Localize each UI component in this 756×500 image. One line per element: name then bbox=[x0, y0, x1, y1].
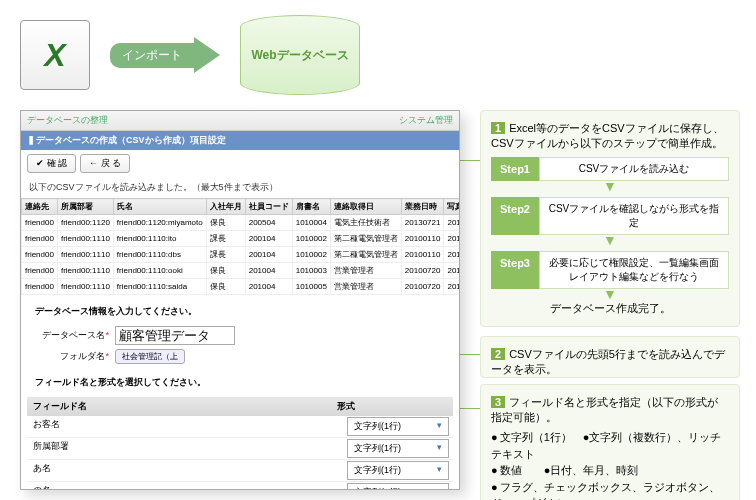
panel1-intro: Excel等のデータをCSVファイルに保存し、CSVファイルから以下のステップで… bbox=[491, 122, 724, 149]
step3-label: Step3 bbox=[491, 251, 539, 289]
field-type-select[interactable]: 文字列(1行) bbox=[347, 439, 449, 458]
table-row: friend00friend00:1120friend00:1120:miyam… bbox=[22, 215, 461, 231]
field-instruction: フィールド名と形式を選択してください。 bbox=[27, 372, 453, 393]
badge-3: 3 bbox=[491, 396, 505, 408]
folder-label: フォルダ名* bbox=[29, 350, 109, 363]
field-type-select[interactable]: 文字列(1行) bbox=[347, 461, 449, 480]
field-row: あ名文字列(1行) bbox=[27, 460, 453, 482]
confirm-button[interactable]: ✔ 確 認 bbox=[27, 154, 76, 173]
table-row: friend00friend00:1110friend00:1110:ooki保… bbox=[22, 263, 461, 279]
db-info-instruction: データベース情報を入力してください。 bbox=[27, 301, 453, 322]
toolbar: ✔ 確 認 ← 戻 る bbox=[21, 150, 459, 177]
page-title: ▍データベースの作成（CSVから作成）項目設定 bbox=[21, 131, 459, 150]
step1-body: CSVファイルを読み込む bbox=[539, 157, 729, 181]
bullet: フラグ、チェックボックス、ラジオボタン、ドロップダウン bbox=[491, 479, 729, 501]
field-type-select[interactable]: 文字列(1行) bbox=[347, 483, 449, 490]
field-name: の名 bbox=[27, 482, 343, 490]
step2-label: Step2 bbox=[491, 197, 539, 235]
col-header: 肩書名 bbox=[292, 199, 330, 215]
step1-label: Step1 bbox=[491, 157, 539, 181]
field-header-type: 形式 bbox=[337, 400, 447, 413]
breadcrumb: データベースの整理 システム管理 bbox=[21, 111, 459, 131]
badge-1: 1 bbox=[491, 122, 505, 134]
panel3-bullets: 文字列（1行） ●文字列（複数行）、リッチテキスト 数値 ●日付、年月、時刻 フ… bbox=[491, 429, 729, 500]
folder-row: フォルダ名* 社会管理記（上 bbox=[21, 347, 459, 366]
col-header: 所属部署 bbox=[57, 199, 113, 215]
field-row: 所属部署文字列(1行) bbox=[27, 438, 453, 460]
arrow-head-icon bbox=[194, 37, 220, 73]
top-diagram: X インポート Webデータベース bbox=[20, 10, 420, 100]
table-row: friend00friend00:1110friend00:1110:saida… bbox=[22, 279, 461, 295]
bullet: 数値 ●日付、年月、時刻 bbox=[491, 462, 729, 479]
down-arrow-icon: ▼ bbox=[491, 289, 729, 299]
col-header: 社員コード bbox=[245, 199, 292, 215]
step3-body: 必要に応じて権限設定、一覧編集画面レイアウト編集などを行なう bbox=[539, 251, 729, 289]
field-type-select[interactable]: 文字列(1行) bbox=[347, 417, 449, 436]
system-admin-link[interactable]: システム管理 bbox=[399, 114, 453, 127]
explanation-panel-3: 3フィールド名と形式を指定（以下の形式が指定可能）。 文字列（1行） ●文字列（… bbox=[480, 384, 740, 500]
field-table: フィールド名 形式 お客名文字列(1行)所属部署文字列(1行)あ名文字列(1行)… bbox=[27, 397, 453, 490]
col-header: 連絡先 bbox=[22, 199, 58, 215]
explanation-panel-1: 1Excel等のデータをCSVファイルに保存し、CSVファイルから以下のステップ… bbox=[480, 110, 740, 327]
db-name-row: データベース名* bbox=[21, 324, 459, 347]
field-name: あ名 bbox=[27, 460, 343, 481]
panel2-text: CSVファイルの先頭5行までを読み込んでデータを表示。 bbox=[491, 348, 725, 375]
breadcrumb-current[interactable]: データベースの整理 bbox=[27, 114, 108, 127]
bullet: 文字列（1行） ●文字列（複数行）、リッチテキスト bbox=[491, 429, 729, 462]
db-name-input[interactable] bbox=[115, 326, 235, 345]
field-header-name: フィールド名 bbox=[33, 400, 337, 413]
panel3-text: フィールド名と形式を指定（以下の形式が指定可能）。 bbox=[491, 396, 718, 423]
col-header: 業務日時 bbox=[401, 199, 444, 215]
back-button[interactable]: ← 戻 る bbox=[80, 154, 130, 173]
down-arrow-icon: ▼ bbox=[491, 235, 729, 245]
table-row: friend00friend00:1110friend00:1110:dbs課長… bbox=[22, 247, 461, 263]
web-database-cylinder-icon: Webデータベース bbox=[240, 15, 360, 95]
field-name: 所属部署 bbox=[27, 438, 343, 459]
col-header: 連絡取得日 bbox=[330, 199, 401, 215]
folder-select[interactable]: 社会管理記（上 bbox=[115, 349, 185, 364]
down-arrow-icon: ▼ bbox=[491, 181, 729, 191]
col-header: 写真 bbox=[444, 199, 460, 215]
import-arrow: インポート bbox=[110, 37, 220, 73]
csv-preview-table: 連絡先所属部署氏名入社年月社員コード肩書名連絡取得日業務日時写真No登録日時 f… bbox=[21, 198, 460, 295]
step2-body: CSVファイルを確認しながら形式を指定 bbox=[539, 197, 729, 235]
field-name: お客名 bbox=[27, 416, 343, 437]
table-row: friend00friend00:1110friend00:1110:ito課長… bbox=[22, 231, 461, 247]
app-window: データベースの整理 システム管理 ▍データベースの作成（CSVから作成）項目設定… bbox=[20, 110, 460, 490]
col-header: 氏名 bbox=[113, 199, 206, 215]
badge-2: 2 bbox=[491, 348, 505, 360]
db-name-label: データベース名* bbox=[29, 329, 109, 342]
csv-instruction: 以下のCSVファイルを読み込みました。（最大5件まで表示） bbox=[21, 177, 459, 198]
field-row: の名文字列(1行) bbox=[27, 482, 453, 490]
col-header: 入社年月 bbox=[206, 199, 245, 215]
panel1-done: データベース作成完了。 bbox=[491, 301, 729, 316]
field-row: お客名文字列(1行) bbox=[27, 416, 453, 438]
explanation-panel-2: 2CSVファイルの先頭5行までを読み込んでデータを表示。 bbox=[480, 336, 740, 378]
import-label: インポート bbox=[110, 43, 194, 68]
excel-icon: X bbox=[20, 20, 90, 90]
